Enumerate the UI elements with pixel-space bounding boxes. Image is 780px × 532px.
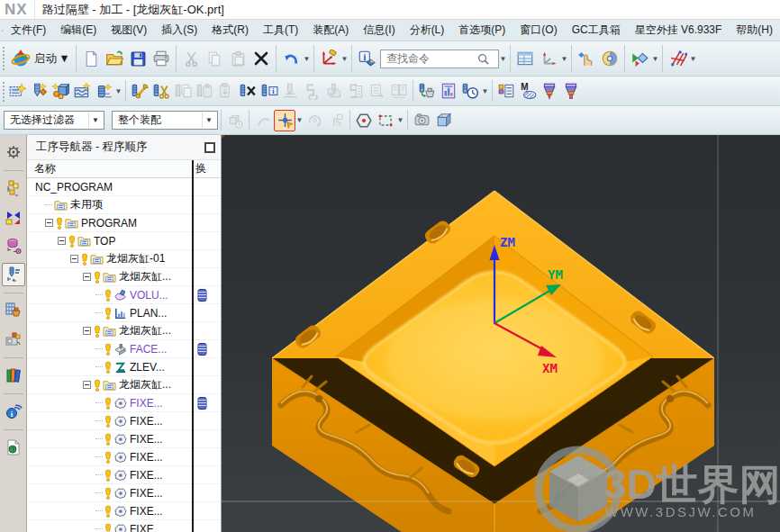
machine-simulate-button[interactable] (416, 80, 438, 102)
print-button[interactable] (150, 47, 173, 70)
menu-item-4[interactable]: 格式(R) (204, 20, 256, 41)
paste-object-button[interactable] (194, 80, 215, 102)
undo-caret[interactable]: ▼ (303, 48, 311, 69)
expander-box[interactable] (58, 237, 66, 245)
fence-filter-caret[interactable]: ▼ (689, 48, 697, 69)
expander-box[interactable] (70, 255, 78, 263)
roller-gear-icon[interactable] (2, 140, 25, 164)
marquee-select-button[interactable] (375, 110, 396, 131)
menu-item-2[interactable]: 视图(V) (104, 20, 154, 41)
marquee-select-caret[interactable]: ▼ (396, 110, 404, 131)
web-browser-icon[interactable]: i (2, 400, 25, 423)
snap-inferred-button[interactable] (252, 110, 274, 131)
mill-area-button[interactable]: M (517, 80, 539, 102)
menu-item-6[interactable]: 装配(A) (305, 20, 356, 41)
assembly-navigator-icon[interactable] (2, 176, 25, 200)
verify-toolpath-button[interactable] (323, 80, 345, 102)
find-command-box[interactable] (380, 50, 499, 68)
save-button[interactable] (126, 47, 150, 70)
csys-dialog-button[interactable] (317, 47, 340, 70)
snap-rotate-button[interactable] (304, 110, 325, 131)
shaded-cube-button[interactable] (432, 110, 454, 131)
menu-item-0[interactable]: 文件(F) (4, 20, 53, 41)
machine-navigator-icon[interactable] (2, 299, 25, 322)
paste-button[interactable] (226, 47, 249, 70)
list-toolpath-button[interactable] (388, 80, 410, 102)
new-file-button[interactable] (79, 47, 103, 70)
menu-item-8[interactable]: 分析(L) (403, 20, 452, 41)
part-navigator-icon[interactable] (2, 234, 25, 257)
toolbar-grip[interactable] (1, 45, 5, 72)
operation-navigator-button[interactable] (495, 80, 517, 102)
generate-toolpath-button[interactable] (280, 80, 302, 102)
expander-box[interactable] (83, 381, 91, 389)
find-command-caret[interactable]: ▼ (499, 48, 507, 69)
menu-item-3[interactable]: 插入(S) (154, 20, 204, 41)
menu-item-9[interactable]: 首选项(P) (451, 20, 512, 41)
history-icon[interactable] (2, 436, 25, 459)
find-command-input[interactable] (386, 52, 476, 65)
create-method-button[interactable] (71, 80, 93, 102)
create-tool-button[interactable] (28, 80, 50, 102)
report-button[interactable] (438, 80, 459, 102)
menu-item-12[interactable]: 星空外挂 V6.933F (628, 20, 730, 41)
assembly-select-button[interactable] (224, 110, 246, 131)
paste-inside-button[interactable] (215, 80, 237, 102)
time-estimate-button[interactable] (459, 80, 481, 102)
replay-toolpath-button[interactable] (302, 80, 323, 102)
delete-button[interactable] (249, 47, 273, 70)
cut-object-button[interactable] (150, 80, 172, 102)
postprocess-button[interactable] (345, 80, 367, 102)
snap-enabled-button[interactable] (274, 110, 295, 131)
menu-item-10[interactable]: 窗口(O) (512, 20, 564, 41)
selection-scope-dropdown[interactable]: 整个装配 ▼ (112, 111, 218, 130)
fence-filter-button[interactable] (666, 47, 689, 70)
menu-item-11[interactable]: GC工具箱 (565, 20, 628, 41)
expander-box[interactable] (45, 219, 53, 227)
point-button[interactable] (353, 110, 375, 131)
time-estimate-caret[interactable]: ▼ (481, 80, 489, 102)
render-play-caret[interactable]: ▼ (651, 48, 659, 69)
shop-docs-button[interactable] (367, 80, 388, 102)
snap-hand-button[interactable] (325, 110, 347, 131)
operation-navigator-icon[interactable] (2, 263, 25, 286)
create-operation-button[interactable] (93, 80, 114, 102)
csys-toggle-caret[interactable]: ▼ (560, 48, 568, 69)
menu-item-1[interactable]: 编辑(E) (53, 20, 104, 41)
cut-button[interactable] (179, 47, 203, 70)
csys-dialog-caret[interactable]: ▼ (340, 48, 349, 69)
reuse-library-icon[interactable] (2, 364, 25, 387)
create-program-button[interactable] (6, 80, 28, 102)
csys-toggle-button[interactable] (537, 47, 560, 70)
snap-enabled-caret[interactable]: ▼ (295, 110, 304, 131)
create-geometry-button[interactable] (50, 80, 71, 102)
menu-item-7[interactable]: 信息(I) (356, 20, 402, 41)
undo-button[interactable] (279, 47, 303, 70)
constraint-navigator-icon[interactable] (2, 205, 25, 229)
render-play-button[interactable] (628, 47, 651, 70)
delete-object-button[interactable] (237, 80, 258, 102)
start-button[interactable]: 启动 ▼ (6, 46, 73, 71)
roles-button[interactable] (598, 47, 621, 70)
toolbar-grip[interactable] (1, 80, 5, 102)
expander-box[interactable] (83, 273, 91, 281)
view-list-button[interactable] (513, 47, 537, 70)
copy-button[interactable] (203, 47, 226, 70)
tool-holder-button[interactable] (539, 80, 560, 102)
copy-object-button[interactable] (172, 80, 194, 102)
create-operation-caret[interactable]: ▼ (114, 80, 122, 102)
menu-item-13[interactable]: 帮助(H) (729, 20, 780, 41)
navigator-float-button[interactable] (204, 142, 215, 153)
machine-library-icon[interactable] (2, 328, 25, 351)
column-divider[interactable] (192, 160, 194, 532)
object-info-button[interactable]: i (258, 80, 280, 102)
touch-mode-button[interactable] (575, 47, 598, 70)
open-file-button[interactable] (103, 47, 126, 70)
snapshot-button[interactable] (411, 110, 432, 131)
menu-item-5[interactable]: 工具(T) (256, 20, 305, 41)
expander-box[interactable] (83, 327, 91, 335)
tool-holder2-button[interactable] (560, 80, 582, 102)
selection-filter-dropdown[interactable]: 无选择过滤器 ▼ (4, 111, 104, 130)
edit-object-button[interactable] (129, 80, 150, 102)
graphics-viewport[interactable]: ZM YM XM 3D世界网 WWW.3DSJW.COM (222, 135, 780, 532)
